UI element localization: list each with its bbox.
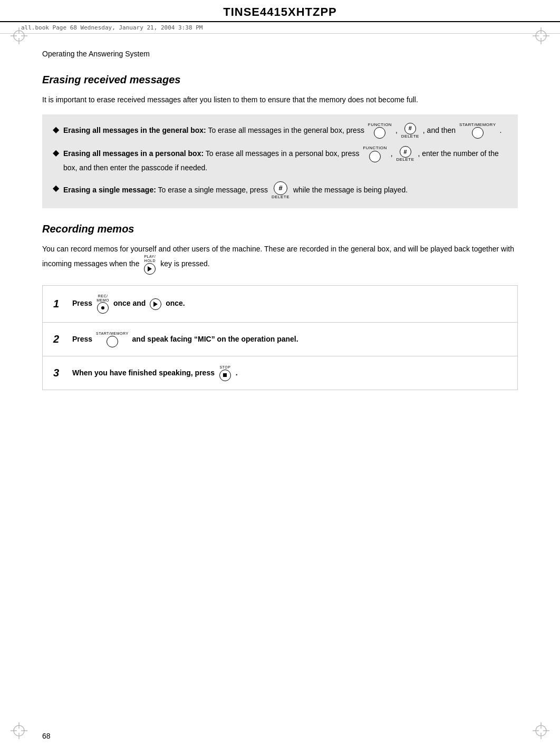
step-1-content: Press REC/ MEMO once and once. bbox=[72, 294, 507, 314]
step-1: 1 Press REC/ MEMO once and bbox=[43, 286, 517, 323]
recording-title: Recording memos bbox=[42, 223, 518, 235]
erasing-section: Erasing received messages It is importan… bbox=[42, 74, 518, 208]
bullet-diamond-1: ◆ bbox=[53, 123, 59, 137]
page-content: Operating the Answering System Erasing r… bbox=[0, 34, 560, 422]
erasing-title: Erasing received messages bbox=[42, 74, 518, 86]
bullet-general-text: Erasing all messages in the general box:… bbox=[63, 123, 507, 139]
step-2-number: 2 bbox=[53, 331, 64, 347]
bullet-single-text: Erasing a single message: To erase a sin… bbox=[63, 181, 507, 200]
rec-memo-button-icon: REC/ MEMO bbox=[96, 294, 110, 314]
bullet-single-message: ◆ Erasing a single message: To erase a s… bbox=[53, 181, 507, 200]
steps-box: 1 Press REC/ MEMO once and bbox=[42, 285, 518, 390]
bullet-general-box: ◆ Erasing all messages in the general bo… bbox=[53, 123, 507, 139]
function-button-icon-2: FUNCTION bbox=[363, 146, 387, 162]
recording-intro: You can record memos for yourself and ot… bbox=[42, 244, 518, 275]
crosshair-top-left bbox=[9, 26, 28, 45]
crosshair-top-right bbox=[532, 26, 551, 45]
play-hold-button-icon: PLAY/ HOLD bbox=[143, 255, 157, 274]
erasing-highlight-box: ◆ Erasing all messages in the general bo… bbox=[42, 114, 518, 208]
bullet-personal-box: ◆ Erasing all messages in a personal box… bbox=[53, 146, 507, 173]
crosshair-bottom-left bbox=[9, 721, 28, 740]
meta-line: all.book Page 68 Wednesday, January 21, … bbox=[0, 22, 560, 34]
delete-button-icon-2: # DELETE bbox=[396, 146, 414, 162]
bullet-diamond-2: ◆ bbox=[53, 147, 59, 160]
function-button-icon-1: FUNCTION bbox=[368, 123, 392, 139]
section-header: Operating the Answering System bbox=[42, 50, 518, 58]
start-memory-button-icon-1: START/MEMORY bbox=[459, 123, 496, 139]
step-3-content: When you have finished speaking, press S… bbox=[72, 365, 507, 381]
step-3-number: 3 bbox=[53, 365, 64, 381]
delete-button-icon-1: # DELETE bbox=[401, 123, 419, 139]
page-title: TINSE4415XHTZPP bbox=[0, 0, 560, 22]
stop-button-icon: STOP bbox=[218, 365, 232, 381]
bullet-personal-text: Erasing all messages in a personal box: … bbox=[63, 146, 507, 173]
recording-section: Recording memos You can record memos for… bbox=[42, 223, 518, 390]
page-number: 68 bbox=[42, 732, 51, 740]
erasing-intro: It is important to erase received messag… bbox=[42, 94, 518, 106]
forward-triangle bbox=[153, 302, 158, 307]
step-1-number: 1 bbox=[53, 296, 64, 312]
delete-button-icon-3: # DELETE bbox=[272, 181, 289, 200]
bullet-diamond-3: ◆ bbox=[53, 182, 59, 195]
step-2-content: Press START/MEMORY and speak facing “MIC… bbox=[72, 332, 507, 347]
crosshair-bottom-right bbox=[532, 721, 551, 740]
step-2: 2 Press START/MEMORY and speak facing “M… bbox=[43, 323, 517, 356]
start-memory-button-icon-2: START/MEMORY bbox=[96, 332, 129, 347]
forward-button-icon bbox=[150, 298, 161, 310]
step-3: 3 When you have finished speaking, press… bbox=[43, 356, 517, 390]
